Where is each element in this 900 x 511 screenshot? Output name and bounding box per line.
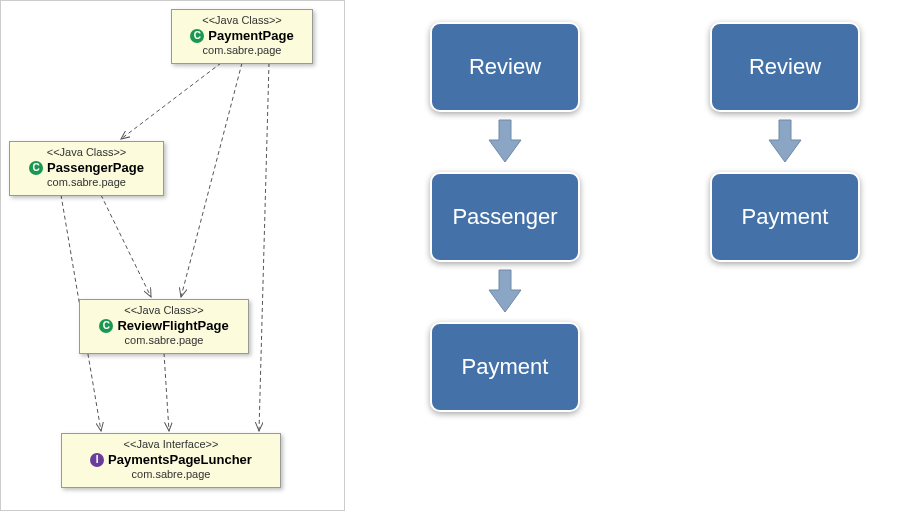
flow-step-payment: Payment [430, 322, 580, 412]
uml-class-paymentpage: <<Java Class>> C PaymentPage com.sabre.p… [171, 9, 313, 64]
uml-name-row: C ReviewFlightPage [88, 318, 240, 333]
arrow-down-icon [767, 118, 803, 164]
svg-line-5 [164, 353, 169, 431]
class-icon: C [99, 319, 113, 333]
uml-stereotype: <<Java Interface>> [70, 438, 272, 451]
uml-stereotype: <<Java Class>> [180, 14, 304, 27]
arrow-down-icon [487, 268, 523, 314]
flow-step-review: Review [710, 22, 860, 112]
uml-interface-name: PaymentsPageLuncher [108, 452, 252, 467]
flow-step-review: Review [430, 22, 580, 112]
uml-name-row: I PaymentsPageLuncher [70, 452, 272, 467]
flow-step-label: Payment [462, 354, 549, 380]
uml-package: com.sabre.page [88, 334, 240, 347]
svg-line-2 [259, 63, 269, 431]
svg-line-1 [181, 63, 242, 297]
uml-diagram-panel: <<Java Class>> C PaymentPage com.sabre.p… [0, 0, 345, 511]
uml-stereotype: <<Java Class>> [88, 304, 240, 317]
class-icon: C [190, 29, 204, 43]
flow-diagrams-panel: Review Passenger Payment Review Payment [350, 0, 900, 511]
uml-class-passengerpage: <<Java Class>> C PassengerPage com.sabre… [9, 141, 164, 196]
uml-class-name: ReviewFlightPage [117, 318, 228, 333]
flow-step-label: Review [749, 54, 821, 80]
uml-name-row: C PaymentPage [180, 28, 304, 43]
uml-package: com.sabre.page [180, 44, 304, 57]
uml-stereotype: <<Java Class>> [18, 146, 155, 159]
flow-step-label: Passenger [452, 204, 557, 230]
flow-step-payment: Payment [710, 172, 860, 262]
uml-interface-paymentspageluncher: <<Java Interface>> I PaymentsPageLuncher… [61, 433, 281, 488]
interface-icon: I [90, 453, 104, 467]
class-icon: C [29, 161, 43, 175]
uml-name-row: C PassengerPage [18, 160, 155, 175]
uml-package: com.sabre.page [70, 468, 272, 481]
uml-package: com.sabre.page [18, 176, 155, 189]
svg-line-0 [121, 63, 221, 139]
uml-class-name: PaymentPage [208, 28, 293, 43]
uml-class-reviewflightpage: <<Java Class>> C ReviewFlightPage com.sa… [79, 299, 249, 354]
flow-step-label: Payment [742, 204, 829, 230]
flow-step-passenger: Passenger [430, 172, 580, 262]
flow-step-label: Review [469, 54, 541, 80]
arrow-down-icon [487, 118, 523, 164]
uml-class-name: PassengerPage [47, 160, 144, 175]
svg-line-3 [101, 195, 151, 297]
